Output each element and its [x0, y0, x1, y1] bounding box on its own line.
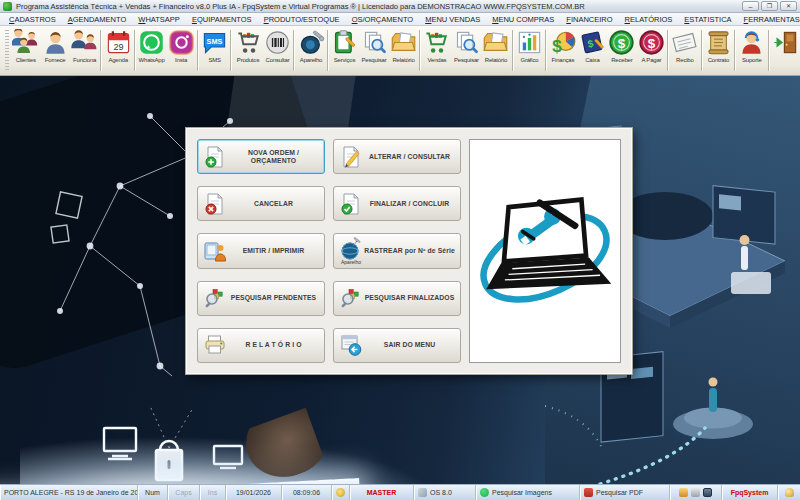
- toolbar-label: Recibo: [676, 57, 693, 63]
- restore-button[interactable]: [761, 1, 778, 11]
- status-search-images[interactable]: Pesquisar Imagens: [476, 485, 580, 500]
- emitir-imprimir-button[interactable]: EMITIR / IMPRIMIR: [197, 233, 325, 268]
- nova-ordem-button[interactable]: NOVA ORDEM / ORÇAMENTO: [197, 139, 325, 174]
- button-label: SAIR DO MENU: [363, 341, 456, 349]
- pesquisar-pendentes-button[interactable]: PESQUISAR PENDENTES: [197, 281, 325, 316]
- toolbar-label: Produtos: [237, 57, 259, 63]
- toolbar-suporte[interactable]: Suporte: [737, 27, 766, 74]
- toolbar-servicos[interactable]: Serviços: [330, 27, 359, 74]
- menu-compras[interactable]: MENU COMPRAS: [487, 14, 559, 25]
- employees-icon: [71, 29, 98, 56]
- toolbar-pesquisar-os[interactable]: Pesquisar: [359, 27, 388, 74]
- toolbar-separator: [327, 30, 329, 71]
- toolbar-sms[interactable]: SMS: [200, 27, 229, 74]
- toolbar-vendas[interactable]: Vendas: [422, 27, 451, 74]
- laptop-wrench-logo: [475, 148, 615, 354]
- status-time: 08:09:06: [282, 485, 332, 500]
- menu-estatistica[interactable]: ESTATISTICA: [679, 14, 736, 25]
- whatsapp-icon: [138, 29, 165, 56]
- globe-device-iconwrap: Aparelho: [339, 237, 363, 265]
- status-search-pdf[interactable]: Pesquisar PDF: [580, 485, 670, 500]
- relatorio-button[interactable]: R E L A T Ó R I O: [197, 328, 325, 363]
- toolbar-pesquisar-vendas[interactable]: Pesquisar: [452, 27, 481, 74]
- toolbar-separator: [667, 30, 669, 71]
- toolbar-receber[interactable]: Receber: [607, 27, 636, 74]
- toolbar-produtos[interactable]: Produtos: [233, 27, 262, 74]
- menu-os-orcamento[interactable]: OS/ORÇAMENTO: [347, 14, 419, 25]
- toolbar-label: Funciona: [73, 57, 96, 63]
- status-bar: PORTO ALEGRE - RS 19 de Janeiro de 2026 …: [0, 484, 800, 500]
- toolbar-clientes[interactable]: Clientes: [11, 27, 40, 74]
- toolbar-sair[interactable]: [771, 27, 800, 74]
- minimize-button[interactable]: [742, 1, 759, 11]
- menu-cadastros[interactable]: CADASTROS: [4, 14, 61, 25]
- button-label: NOVA ORDEM / ORÇAMENTO: [227, 149, 320, 165]
- pdf-icon: [584, 488, 593, 497]
- toolbar-label: Gráfico: [520, 57, 538, 63]
- cancelar-button[interactable]: CANCELAR: [197, 186, 325, 221]
- toolbar-contrato[interactable]: Contrato: [704, 27, 733, 74]
- menu-agendamento[interactable]: AGENDAMENTO: [63, 14, 132, 25]
- toolbar-caixa[interactable]: Caixa: [578, 27, 607, 74]
- status-device-icons: [670, 485, 722, 500]
- device-caption: Aparelho: [341, 259, 361, 265]
- pesquisar-finalizados-button[interactable]: PESQUISAR FINALIZADOS: [333, 281, 461, 316]
- search-pdf-label: Pesquisar PDF: [596, 489, 643, 496]
- os-menu-dialog: NOVA ORDEM / ORÇAMENTO ALTERAR / CONSULT…: [186, 128, 632, 374]
- sms-icon: [201, 29, 228, 56]
- printer-color-icon[interactable]: [679, 488, 688, 497]
- toolbar-fornecedor[interactable]: Fornece: [40, 27, 69, 74]
- finance-pie-icon: [549, 29, 576, 56]
- toolbar-apagar[interactable]: A Pagar: [637, 27, 666, 74]
- toolbar-separator: [134, 30, 136, 71]
- menu-whatsapp[interactable]: WHATSAPP: [133, 14, 185, 25]
- button-label: PESQUISAR FINALIZADOS: [363, 294, 456, 302]
- tablet-screen-edge: [0, 478, 360, 484]
- dialog-button-grid: NOVA ORDEM / ORÇAMENTO ALTERAR / CONSULT…: [197, 139, 461, 363]
- monitor-icon[interactable]: [703, 488, 712, 497]
- menu-vendas[interactable]: MENU VENDAS: [420, 14, 485, 25]
- toolbar-recibo[interactable]: Recibo: [670, 27, 699, 74]
- toolbar-label: Relatório: [392, 57, 414, 63]
- toolbar-consultar[interactable]: Consultar: [263, 27, 292, 74]
- sair-do-menu-button[interactable]: SAIR DO MENU: [333, 328, 461, 363]
- button-label: FINALIZAR / CONCLUIR: [363, 200, 456, 208]
- status-insert: Ins: [200, 485, 226, 500]
- toolbar-agenda[interactable]: Agenda: [103, 27, 132, 74]
- status-capslock: Caps: [168, 485, 200, 500]
- doc-check-icon: [339, 192, 363, 216]
- menu-produto-estoque[interactable]: PRODUTO/ESTOQUE: [259, 14, 345, 25]
- status-date: 19/01/2026: [226, 485, 282, 500]
- products-cart-icon: [235, 29, 262, 56]
- finalizar-concluir-button[interactable]: FINALIZAR / CONCLUIR: [333, 186, 461, 221]
- toolbar-aparelho[interactable]: Aparelho: [296, 27, 325, 74]
- menu-relatorios[interactable]: RELATÓRIOS: [620, 14, 678, 25]
- toolbar-relatorio-os[interactable]: Relatório: [389, 27, 418, 74]
- toolbar-label: Agenda: [108, 57, 128, 63]
- toolbar-grip: [5, 30, 9, 71]
- toolbar-separator: [293, 30, 295, 71]
- menu-ferramentas[interactable]: FERRAMENTAS: [739, 14, 800, 25]
- cashbook-icon: [579, 29, 606, 56]
- close-button[interactable]: [780, 1, 797, 11]
- report-folder-icon: [482, 29, 509, 56]
- receive-coin-icon: [608, 29, 635, 56]
- menu-equipamentos[interactable]: EQUIPAMENTOS: [187, 14, 257, 25]
- toolbar-separator: [701, 30, 703, 71]
- device-icon: [298, 29, 325, 56]
- printer-gray-icon[interactable]: [691, 488, 700, 497]
- toolbar-funcionario[interactable]: Funciona: [70, 27, 99, 74]
- toolbar-financas[interactable]: Finanças: [548, 27, 577, 74]
- toolbar-relatorio-vendas[interactable]: Relatório: [481, 27, 510, 74]
- alterar-consultar-button[interactable]: ALTERAR / CONSULTAR: [333, 139, 461, 174]
- services-clipboard-icon: [331, 29, 358, 56]
- toolbar-grafico[interactable]: Gráfico: [515, 27, 544, 74]
- toolbar-instagram[interactable]: Insta: [166, 27, 195, 74]
- toolbar-label: Pesquisar: [362, 57, 387, 63]
- status-keys-cell: [778, 485, 800, 500]
- toolbar-whatsapp[interactable]: WhatsApp: [137, 27, 166, 74]
- menu-financeiro[interactable]: FINANCEIRO: [561, 14, 617, 25]
- rastrear-serie-button[interactable]: Aparelho RASTREAR por Nº de Série: [333, 233, 461, 268]
- search-color-icon: [203, 286, 227, 310]
- toolbar-label: Insta: [175, 57, 187, 63]
